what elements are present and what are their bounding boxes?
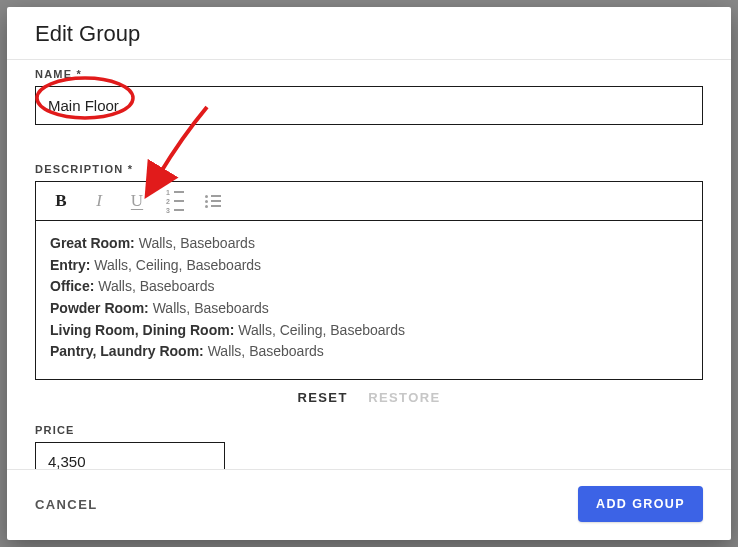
description-line-text: Walls, Ceiling, Baseboards <box>234 322 405 338</box>
rte-content[interactable]: Great Room: Walls, BaseboardsEntry: Wall… <box>36 221 702 379</box>
bold-button[interactable]: B <box>50 190 72 212</box>
description-label: DESCRIPTION * <box>35 163 703 175</box>
description-line-text: Walls, Baseboards <box>149 300 269 316</box>
description-line: Great Room: Walls, Baseboards <box>50 233 688 255</box>
name-field: NAME * <box>35 68 703 125</box>
description-line-label: Entry: <box>50 257 90 273</box>
name-label: NAME * <box>35 68 703 80</box>
description-line: Living Room, Dining Room: Walls, Ceiling… <box>50 320 688 342</box>
unordered-list-button[interactable] <box>202 190 224 212</box>
edit-group-modal: Edit Group NAME * DESCRIPTION * B I U 1 … <box>7 7 731 540</box>
price-label: PRICE <box>35 424 703 436</box>
modal-title: Edit Group <box>35 21 703 47</box>
italic-button[interactable]: I <box>88 190 110 212</box>
unordered-list-icon <box>205 195 221 208</box>
description-line-text: Walls, Baseboards <box>135 235 255 251</box>
description-line-text: Walls, Baseboards <box>94 278 214 294</box>
description-line: Powder Room: Walls, Baseboards <box>50 298 688 320</box>
description-line: Office: Walls, Baseboards <box>50 276 688 298</box>
modal-footer: CANCEL ADD GROUP <box>7 469 731 540</box>
price-field: PRICE <box>35 424 703 469</box>
description-line-label: Living Room, Dining Room: <box>50 322 234 338</box>
description-line-label: Office: <box>50 278 94 294</box>
description-line: Entry: Walls, Ceiling, Baseboards <box>50 255 688 277</box>
description-line-label: Powder Room: <box>50 300 149 316</box>
restore-button[interactable]: RESTORE <box>368 390 440 405</box>
description-line: Pantry, Laundry Room: Walls, Baseboards <box>50 341 688 363</box>
underline-button[interactable]: U <box>126 190 148 212</box>
price-input[interactable] <box>35 442 225 469</box>
add-group-button[interactable]: ADD GROUP <box>578 486 703 522</box>
reset-button[interactable]: RESET <box>297 390 347 405</box>
rte-toolbar: B I U 1 2 3 <box>36 182 702 221</box>
ordered-list-button[interactable]: 1 2 3 <box>164 190 186 212</box>
name-input[interactable] <box>35 86 703 125</box>
modal-header: Edit Group <box>7 7 731 60</box>
description-line-text: Walls, Baseboards <box>204 343 324 359</box>
modal-body: NAME * DESCRIPTION * B I U 1 2 3 <box>7 60 731 469</box>
description-line-label: Pantry, Laundry Room: <box>50 343 204 359</box>
description-actions: RESET RESTORE <box>35 380 703 424</box>
ordered-list-icon: 1 2 3 <box>166 189 184 214</box>
rich-text-editor: B I U 1 2 3 Grea <box>35 181 703 380</box>
cancel-button[interactable]: CANCEL <box>35 497 98 512</box>
description-line-label: Great Room: <box>50 235 135 251</box>
description-line-text: Walls, Ceiling, Baseboards <box>90 257 261 273</box>
